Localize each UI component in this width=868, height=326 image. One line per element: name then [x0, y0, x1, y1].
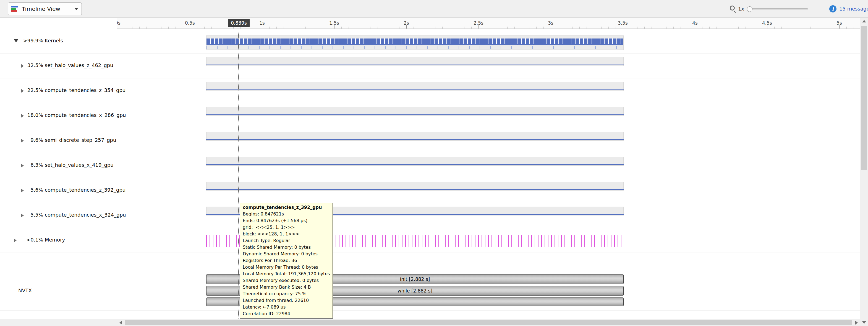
tooltip-line: Correlation ID: 22984	[243, 310, 330, 317]
row-percent: 5.6%	[17, 187, 43, 193]
tooltip-line: Dynamic Shared Memory: 0 bytes	[243, 251, 330, 257]
kernel-row-band[interactable]	[206, 132, 624, 141]
sidebar-row-kernel[interactable]: 9.6% semi_discrete_step_257_gpu	[0, 128, 117, 153]
scroll-right-button[interactable]	[852, 319, 860, 326]
time-cursor-line	[238, 29, 239, 319]
arrow-down-icon	[862, 321, 866, 324]
kernels-summary-band[interactable]	[206, 35, 624, 50]
tooltip-line: Begins: 0.847621s	[243, 211, 330, 217]
row-percent: 9.6%	[17, 137, 43, 143]
sidebar-row-memory[interactable]: <0.1% Memory	[0, 228, 117, 253]
row-percent: >99.9%	[17, 38, 43, 44]
sidebar-row-kernel[interactable]: 32.5% set_halo_values_z_462_gpu	[0, 53, 117, 78]
time-ruler[interactable]: 0s 0.5s 1s 1.5s 2s 2.5s 3s 3.5s 4s 4.5s …	[117, 18, 860, 29]
ruler-tick-label: 1.5s	[329, 20, 339, 26]
row-percent: 18.0%	[17, 112, 43, 118]
tooltip-line: Launch Type: Regular	[243, 237, 330, 244]
triangle-collapsed-icon[interactable]	[14, 239, 17, 242]
tooltip-line: block: <<<128, 1, 1>>>	[243, 231, 330, 237]
tooltip-line: Launched from thread: 22610	[243, 297, 330, 304]
kernel-tooltip: compute_tendencies_z_392_gpu Begins: 0.8…	[240, 203, 333, 319]
kernel-activity-line	[206, 164, 624, 165]
info-icon[interactable]: i	[829, 5, 836, 12]
kernel-activity-line	[206, 89, 624, 90]
row-separator	[0, 178, 860, 178]
dropdown-divider	[71, 5, 71, 13]
row-percent: 32.5%	[17, 62, 43, 68]
ruler-tick-label: 2s	[404, 20, 409, 26]
row-separator	[0, 103, 860, 103]
tooltip-line: Ends: 0.847623s (+1.568 μs)	[243, 217, 330, 224]
sidebar-row-kernel[interactable]: 18.0% compute_tendencies_x_286_gpu	[0, 103, 117, 128]
bottom-left-corner	[0, 319, 117, 326]
row-separator	[0, 78, 860, 78]
row-name: set_halo_values_x_419_gpu	[45, 162, 114, 168]
kernel-activity-line	[206, 64, 624, 65]
ruler-tick-label: 0s	[117, 20, 121, 26]
kernel-row-band[interactable]	[206, 182, 624, 191]
kernel-activity-line	[206, 114, 624, 115]
row-name: compute_tendencies_z_392_gpu	[45, 187, 125, 193]
tooltip-line: Shared Memory executed: 0 bytes	[243, 277, 330, 284]
tooltip-line: grid: <<<25, 1, 1>>>	[243, 224, 330, 231]
sidebar-row-nvtx[interactable]: NVTX	[18, 288, 32, 293]
row-percent: 22.5%	[17, 87, 43, 93]
horizontal-scrollbar[interactable]	[117, 319, 860, 326]
zoom-slider-thumb[interactable]	[747, 6, 752, 12]
sidebar-row-kernel[interactable]: 5.5% compute_tendencies_x_324_gpu	[0, 203, 117, 228]
scroll-left-button[interactable]	[117, 319, 124, 326]
row-separator	[0, 128, 860, 128]
time-marker-badge: 0.839s	[228, 19, 250, 27]
sidebar-row-kernels[interactable]: >99.9% Kernels	[0, 29, 117, 53]
vertical-scrollbar-thumb[interactable]	[861, 26, 867, 170]
row-percent: 6.3%	[17, 162, 43, 168]
zoom-level-label: 1x	[738, 6, 744, 11]
row-name: compute_tendencies_x_324_gpu	[45, 212, 126, 218]
sidebar-row-kernel[interactable]: 6.3% set_halo_values_x_419_gpu	[0, 153, 117, 178]
nsight-timeline-window: Timeline View 1x i 15 messages 0s 0.5s 1…	[0, 0, 868, 326]
zoom-slider-track[interactable]	[747, 8, 808, 10]
tooltip-line: Registers Per Thread: 36	[243, 257, 330, 264]
arrow-up-icon	[862, 20, 866, 22]
row-separator	[0, 310, 860, 310]
tooltip-line: Local Memory Total: 191,365,120 bytes	[243, 271, 330, 277]
vertical-scrollbar[interactable]	[860, 18, 868, 326]
ruler-tick-label: 3.5s	[618, 20, 628, 26]
kernel-row-band[interactable]	[206, 57, 624, 66]
ruler-tick-label: 2.5s	[473, 20, 484, 26]
ruler-tick-label: 5s	[836, 20, 842, 26]
ruler-tick-label: 4.5s	[762, 20, 772, 26]
view-selector-dropdown[interactable]: Timeline View	[8, 2, 82, 15]
timeline-view-icon	[11, 5, 19, 13]
tooltip-line: Local Memory Per Thread: 0 bytes	[243, 264, 330, 271]
row-separator	[0, 153, 860, 153]
row-name: set_halo_values_z_462_gpu	[45, 62, 113, 68]
sidebar-row-kernel[interactable]: 22.5% compute_tendencies_z_354_gpu	[0, 78, 117, 103]
chevron-down-icon[interactable]	[74, 8, 78, 10]
arrow-right-icon	[855, 321, 858, 325]
scroll-down-button[interactable]	[860, 319, 868, 326]
zoom-magnifier-icon	[730, 5, 735, 10]
tooltip-line: Shared Memory Bank Size: 4 B	[243, 284, 330, 291]
tooltip-line: Latency: ←7.089 μs	[243, 304, 330, 310]
kernel-activity-line	[206, 189, 624, 190]
row-name: compute_tendencies_z_354_gpu	[45, 87, 125, 93]
row-percent: 5.5%	[17, 212, 43, 218]
row-percent: <0.1%	[17, 237, 43, 243]
kernel-sparse-ticks	[207, 46, 623, 49]
kernel-row-band[interactable]	[206, 157, 624, 166]
horizontal-scrollbar-thumb[interactable]	[125, 320, 852, 325]
row-separator	[0, 203, 860, 203]
kernel-activity-line	[207, 44, 623, 45]
kernel-row-band[interactable]	[206, 82, 624, 91]
ruler-tick-label: 3s	[548, 20, 553, 26]
kernel-row-band[interactable]	[206, 107, 624, 116]
messages-link[interactable]: 15 messages	[839, 6, 868, 11]
row-name: Kernels	[45, 38, 63, 44]
tooltip-line: Theoretical occupancy: 75 %	[243, 291, 330, 297]
panel-divider[interactable]	[117, 18, 117, 326]
sidebar-row-kernel[interactable]: 5.6% compute_tendencies_z_392_gpu	[0, 178, 117, 203]
ruler-tick-label: 1s	[259, 20, 265, 26]
kernel-bars-strip	[207, 38, 623, 44]
scroll-up-button[interactable]	[860, 18, 868, 25]
